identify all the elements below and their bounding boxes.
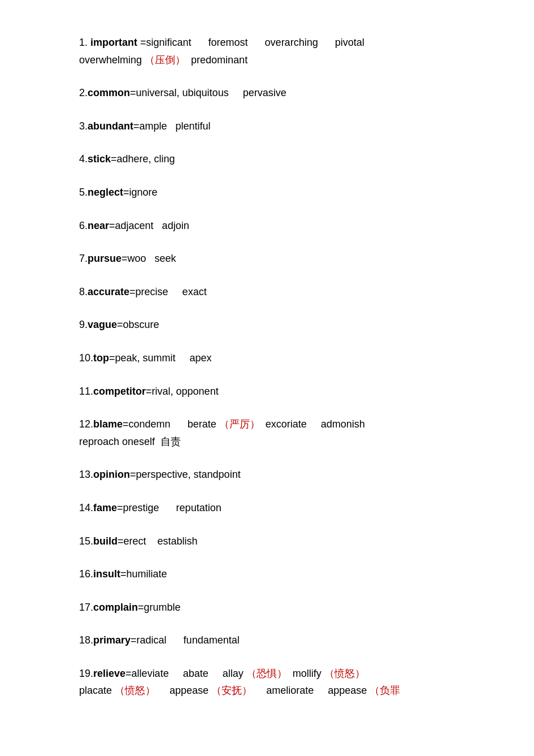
entry-14-word: fame <box>93 502 117 513</box>
entry-19-extra-mid: appease <box>155 685 211 696</box>
entry-19-line1: 19.relieve=alleviate abate allay （恐惧） mo… <box>79 665 455 682</box>
entry-6-word: near <box>88 220 109 231</box>
main-page: 1. important =significant foremost overa… <box>0 0 534 756</box>
entry-4-synonyms: =adhere, cling <box>111 153 175 165</box>
entry-11-synonyms: =rival, opponent <box>146 386 219 397</box>
entry-3-number: 3. <box>79 120 88 132</box>
entry-2-number: 2. <box>79 87 88 98</box>
entry-1-number: 1. <box>79 37 90 48</box>
entry-19-synonyms-mid: mollify <box>287 668 324 679</box>
entry-13-number: 13. <box>79 469 93 480</box>
entry-1-word: important <box>90 37 137 48</box>
entry-4-number: 4. <box>79 153 88 165</box>
entry-19-chinese2: （愤怒） <box>324 668 365 679</box>
entry-4-word: stick <box>88 153 111 165</box>
entry-12-line1: 12.blame=condemn berate （严厉） excoriate a… <box>79 416 455 433</box>
entry-7-word: pursue <box>88 253 121 264</box>
entry-5-number: 5. <box>79 187 88 198</box>
entry-2-word: common <box>88 87 130 98</box>
entry-8-synonyms: =precise exact <box>129 286 207 297</box>
entry-12-word: blame <box>93 418 123 430</box>
entry-11: 11.competitor=rival, opponent <box>79 383 455 400</box>
entry-10-word: top <box>93 352 109 364</box>
entry-17-word: complain <box>93 602 138 613</box>
entry-12-line2: reproach oneself 自责 <box>79 433 455 451</box>
entry-19-number: 19. <box>79 668 93 679</box>
entry-5-synonyms: =ignore <box>123 187 158 198</box>
entry-17-number: 17. <box>79 602 93 613</box>
entry-9-synonyms: =obscure <box>117 319 159 330</box>
entry-19-word: relieve <box>93 668 125 679</box>
entry-15: 15.build=erect establish <box>79 533 455 550</box>
entry-15-word: build <box>93 535 118 547</box>
entry-12-number: 12. <box>79 418 93 430</box>
entry-10-synonyms: =peak, summit apex <box>109 352 212 364</box>
entry-18-number: 18. <box>79 634 93 646</box>
entry-12-synonyms-mid: excoriate admonish <box>260 418 365 430</box>
entry-2-synonyms: =universal, ubiquitous pervasive <box>130 87 286 98</box>
entry-10: 10.top=peak, summit apex <box>79 349 455 367</box>
entry-19-extra-chinese1: （愤怒） <box>115 685 155 696</box>
entry-12: 12.blame=condemn berate （严厉） excoriate a… <box>79 416 455 450</box>
entry-7-number: 7. <box>79 253 88 264</box>
entry-14: 14.fame=prestige reputation <box>79 499 455 517</box>
entry-12-synonyms-pre: =condemn berate <box>123 418 219 430</box>
entry-5-word: neglect <box>88 187 123 198</box>
entry-1-extra2: predominant <box>185 54 248 66</box>
entry-6-synonyms: =adjacent adjoin <box>109 220 189 231</box>
entry-16: 16.insult=humiliate <box>79 565 455 583</box>
entry-1-synonyms: =significant foremost overarching pivota… <box>137 37 364 48</box>
entry-1: 1. important =significant foremost overa… <box>79 34 455 68</box>
entry-16-number: 16. <box>79 568 93 580</box>
entry-11-number: 11. <box>79 386 93 397</box>
entry-15-synonyms: =erect establish <box>118 535 198 547</box>
entry-9: 9.vague=obscure <box>79 316 455 334</box>
entry-19-chinese1: （恐惧） <box>246 668 287 679</box>
entry-12-chinese1: （严厉） <box>219 418 260 430</box>
entry-19-line2: placate （愤怒） appease （安抚） ameliorate app… <box>79 682 455 699</box>
entry-17-synonyms: =grumble <box>138 602 181 613</box>
entry-19-extra-pre: placate <box>79 685 115 696</box>
entry-19-extra-end: ameliorate appease <box>252 685 370 696</box>
entry-19-extra-chinese3: （负罪 <box>370 685 400 696</box>
entry-18: 18.primary=radical fundamental <box>79 632 455 649</box>
entry-16-synonyms: =humiliate <box>120 568 167 580</box>
entry-9-word: vague <box>88 319 117 330</box>
entry-8: 8.accurate=precise exact <box>79 283 455 301</box>
entry-1-chinese: （压倒） <box>145 54 185 66</box>
entry-14-synonyms: =prestige reputation <box>117 502 222 513</box>
entry-9-number: 9. <box>79 319 88 330</box>
entry-2: 2.common=universal, ubiquitous pervasive <box>79 84 455 102</box>
entry-18-word: primary <box>93 634 131 646</box>
entry-6: 6.near=adjacent adjoin <box>79 217 455 235</box>
entry-18-synonyms: =radical fundamental <box>131 634 240 646</box>
entry-14-number: 14. <box>79 502 93 513</box>
entry-19: 19.relieve=alleviate abate allay （恐惧） mo… <box>79 665 455 699</box>
entry-13-synonyms: =perspective, standpoint <box>130 469 241 480</box>
entry-11-word: competitor <box>93 386 146 397</box>
entry-19-extra-chinese2: （安抚） <box>211 685 252 696</box>
entry-15-number: 15. <box>79 535 93 547</box>
entry-3-synonyms: =ample plentiful <box>133 120 211 132</box>
entry-12-extra: reproach oneself 自责 <box>79 436 181 447</box>
entry-3-word: abundant <box>88 120 133 132</box>
entry-8-number: 8. <box>79 286 88 297</box>
entry-6-number: 6. <box>79 220 88 231</box>
entry-10-number: 10. <box>79 352 93 364</box>
entry-1-line2: overwhelming （压倒） predominant <box>79 51 455 69</box>
entry-4: 4.stick=adhere, cling <box>79 150 455 168</box>
entry-8-word: accurate <box>88 286 129 297</box>
entry-13-word: opinion <box>93 469 130 480</box>
entry-7: 7.pursue=woo seek <box>79 250 455 267</box>
entry-17: 17.complain=grumble <box>79 599 455 616</box>
entry-7-synonyms: =woo seek <box>121 253 176 264</box>
entry-5: 5.neglect=ignore <box>79 184 455 201</box>
entry-1-extra: overwhelming <box>79 54 145 66</box>
entry-3: 3.abundant=ample plentiful <box>79 118 455 135</box>
entry-13: 13.opinion=perspective, standpoint <box>79 466 455 483</box>
entry-1-line1: 1. important =significant foremost overa… <box>79 34 455 51</box>
entry-19-synonyms-pre: =alleviate abate allay <box>125 668 246 679</box>
entry-16-word: insult <box>93 568 120 580</box>
